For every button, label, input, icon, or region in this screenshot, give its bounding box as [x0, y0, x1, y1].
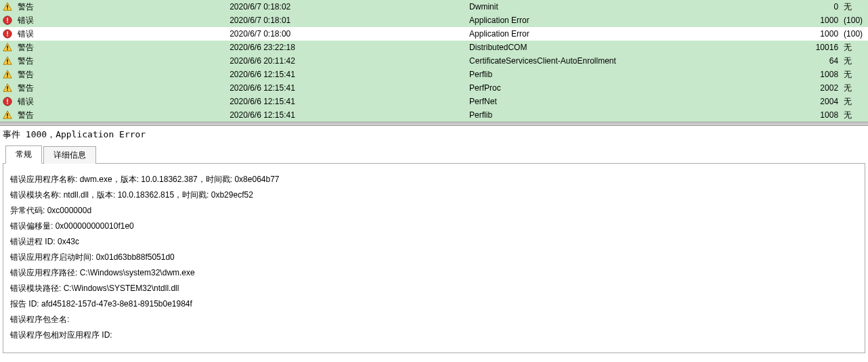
cell-id: 2004: [801, 95, 842, 108]
cell-id: 10016: [801, 41, 842, 54]
detail-body: 错误应用程序名称: dwm.exe，版本: 10.0.18362.387，时间戳…: [3, 164, 865, 353]
svg-rect-22: [7, 99, 7, 102]
svg-rect-20: [7, 90, 7, 91]
svg-rect-23: [7, 104, 7, 105]
event-row[interactable]: 警告2020/6/6 12:15:41Perflib1008无: [0, 68, 868, 81]
cell-date: 2020/6/6 12:15:41: [227, 68, 466, 81]
svg-rect-1: [7, 5, 7, 8]
cell-id: 1000: [801, 14, 842, 27]
detail-line: 错误进程 ID: 0x43c: [10, 234, 859, 250]
detail-line: 错误应用程序路径: C:\Windows\system32\dwm.exe: [10, 265, 859, 281]
cell-id: 2002: [801, 81, 842, 95]
cell-source: Application Error: [466, 14, 800, 27]
event-row[interactable]: 警告2020/6/7 0:18:02Dwminit0无: [0, 0, 868, 14]
detail-line: 错误模块路径: C:\Windows\SYSTEM32\ntdll.dll: [10, 281, 859, 296]
detail-line: 错误模块名称: ntdll.dll，版本: 10.0.18362.815，时间戳…: [10, 187, 859, 203]
cell-level: 警告: [15, 41, 227, 54]
cell-date: 2020/6/6 23:22:18: [227, 41, 466, 54]
svg-rect-14: [7, 63, 7, 64]
warning-icon: [0, 0, 15, 14]
cell-date: 2020/6/7 0:18:00: [227, 27, 466, 41]
cell-id: 64: [801, 54, 842, 68]
cell-id: 1008: [801, 108, 842, 122]
detail-line: 错误应用程序名称: dwm.exe，版本: 10.0.18362.387，时间戳…: [10, 172, 859, 187]
splitter[interactable]: [0, 122, 868, 126]
event-row[interactable]: 警告2020/6/6 12:15:41Perflib1008无: [0, 108, 868, 122]
error-icon: [0, 27, 15, 41]
cell-level: 错误: [15, 95, 227, 108]
cell-source: DistributedCOM: [466, 41, 800, 54]
cell-level: 错误: [15, 14, 227, 27]
event-row[interactable]: 错误2020/6/6 12:15:41PerfNet2004无: [0, 95, 868, 108]
warning-icon: [0, 81, 15, 95]
detail-line: 异常代码: 0xc000000d: [10, 203, 859, 219]
cell-level: 警告: [15, 108, 227, 122]
cell-task: 无: [841, 41, 868, 54]
tab-details[interactable]: 详细信息: [43, 146, 96, 164]
detail-tabs: 常规 详细信息: [3, 145, 865, 164]
detail-line: 错误偏移量: 0x000000000010f1e0: [10, 219, 859, 234]
event-row[interactable]: 错误2020/6/7 0:18:00Application Error1000(…: [0, 27, 868, 41]
svg-rect-7: [7, 31, 7, 35]
cell-source: Perflib: [466, 68, 800, 81]
cell-task: (100): [841, 14, 868, 27]
cell-source: Application Error: [466, 27, 800, 41]
tab-general[interactable]: 常规: [5, 145, 42, 164]
detail-line: 错误程序包相对应用程序 ID:: [10, 327, 859, 343]
cell-date: 2020/6/6 12:15:41: [227, 95, 466, 108]
event-row[interactable]: 错误2020/6/7 0:18:01Application Error1000(…: [0, 14, 868, 27]
warning-icon: [0, 41, 15, 54]
svg-rect-2: [7, 9, 7, 9]
svg-rect-10: [7, 46, 7, 49]
cell-source: Dwminit: [466, 0, 800, 14]
cell-task: 无: [841, 81, 868, 95]
svg-rect-8: [7, 36, 7, 37]
cell-date: 2020/6/7 0:18:01: [227, 14, 466, 27]
cell-level: 错误: [15, 27, 227, 41]
cell-date: 2020/6/6 20:11:42: [227, 54, 466, 68]
cell-source: PerfNet: [466, 95, 800, 108]
cell-source: CertificateServicesClient-AutoEnrollment: [466, 54, 800, 68]
svg-rect-4: [7, 18, 7, 21]
cell-task: 无: [841, 108, 868, 122]
svg-rect-17: [7, 76, 7, 77]
svg-rect-5: [7, 22, 7, 24]
cell-level: 警告: [15, 68, 227, 81]
error-icon: [0, 14, 15, 27]
cell-date: 2020/6/7 0:18:02: [227, 0, 466, 14]
detail-line: 错误应用程序启动时间: 0x01d63bb88f5051d0: [10, 250, 859, 265]
svg-rect-13: [7, 60, 7, 62]
error-icon: [0, 95, 15, 108]
cell-date: 2020/6/6 12:15:41: [227, 81, 466, 95]
warning-icon: [0, 108, 15, 122]
event-row[interactable]: 警告2020/6/6 12:15:41PerfProc2002无: [0, 81, 868, 95]
detail-line: 错误程序包全名:: [10, 312, 859, 327]
detail-line: 报告 ID: afd45182-157d-47e3-8e81-8915b0e19…: [10, 296, 859, 312]
cell-level: 警告: [15, 0, 227, 14]
cell-source: PerfProc: [466, 81, 800, 95]
event-list[interactable]: 警告2020/6/7 0:18:02Dwminit0无错误2020/6/7 0:…: [0, 0, 868, 122]
event-row[interactable]: 警告2020/6/6 20:11:42CertificateServicesCl…: [0, 54, 868, 68]
cell-task: 无: [841, 0, 868, 14]
cell-task: 无: [841, 95, 868, 108]
cell-task: 无: [841, 54, 868, 68]
svg-rect-26: [7, 117, 7, 118]
cell-level: 警告: [15, 81, 227, 95]
cell-id: 1008: [801, 68, 842, 81]
cell-level: 警告: [15, 54, 227, 68]
svg-rect-19: [7, 87, 7, 89]
cell-source: Perflib: [466, 108, 800, 122]
cell-id: 0: [801, 0, 842, 14]
warning-icon: [0, 54, 15, 68]
svg-rect-11: [7, 49, 7, 50]
svg-rect-16: [7, 73, 7, 76]
event-row[interactable]: 警告2020/6/6 23:22:18DistributedCOM10016无: [0, 41, 868, 54]
cell-task: 无: [841, 68, 868, 81]
warning-icon: [0, 68, 15, 81]
cell-id: 1000: [801, 27, 842, 41]
svg-rect-25: [7, 114, 7, 116]
detail-header: 事件 1000，Application Error: [0, 126, 868, 145]
cell-task: (100): [841, 27, 868, 41]
cell-date: 2020/6/6 12:15:41: [227, 108, 466, 122]
